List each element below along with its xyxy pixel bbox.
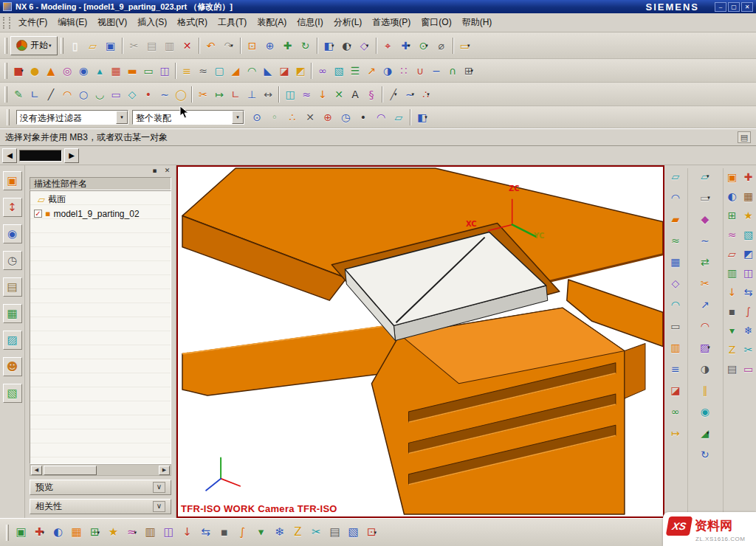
toolbar-grip[interactable]	[6, 525, 9, 541]
preview-section[interactable]: 预览 ∨	[30, 480, 171, 495]
mw-slider-lifter-icon[interactable]: ⇆	[741, 285, 755, 299]
trim-body-icon[interactable]: ◪	[276, 63, 292, 79]
i-form-icon[interactable]: ∼	[697, 232, 713, 249]
snip-surface-icon[interactable]: ✂	[697, 275, 713, 291]
bt-electrode-icon[interactable]: Z	[289, 523, 307, 542]
render-style-icon[interactable]: ◐▾	[338, 37, 356, 55]
bt-slider-lifter-icon[interactable]: ⇆	[196, 523, 215, 542]
dialog-rail-slot[interactable]	[19, 150, 62, 162]
curve-line-icon[interactable]: ╱▾	[385, 86, 402, 103]
forward-button[interactable]: ▶	[64, 148, 79, 163]
x-form-icon[interactable]: ◆	[697, 211, 713, 227]
bt-ejector-pin-icon[interactable]: ↓	[178, 523, 196, 542]
mw-standard-parts-icon[interactable]: ◫	[741, 266, 755, 280]
match-edge-icon[interactable]: ⇄	[697, 254, 713, 270]
dropdown-arrow-icon[interactable]: ▾	[331, 43, 334, 49]
ruled-surface-icon[interactable]: ▰	[667, 211, 684, 227]
patch-icon[interactable]: ▧	[331, 63, 347, 79]
rotate-view-icon[interactable]: ↻	[297, 37, 315, 55]
snap-point-on-curve-icon[interactable]: ◠	[372, 108, 390, 126]
shaded-view-icon[interactable]: ◧▾	[320, 37, 338, 55]
extension-icon[interactable]: ↦	[667, 425, 684, 441]
bt-workpiece-icon[interactable]: ▦	[67, 523, 86, 542]
menu-item[interactable]: 首选项(P)	[367, 14, 416, 31]
menu-item[interactable]: 装配(A)	[252, 14, 292, 31]
chevron-down-icon[interactable]: ∨	[153, 482, 165, 493]
dropdown-arrow-icon[interactable]: ▾	[374, 530, 377, 536]
intersect-icon[interactable]: ∩	[444, 63, 461, 79]
toolbar-grip[interactable]	[4, 63, 7, 79]
sew-surface-icon[interactable]: ∞	[667, 404, 684, 420]
highlight-lines-icon[interactable]: ∥	[697, 382, 713, 398]
menu-item[interactable]: 格式(R)	[172, 14, 213, 31]
menu-item[interactable]: 帮助(H)	[457, 14, 498, 31]
horizontal-scrollbar[interactable]: ◀ ▶	[30, 464, 171, 476]
scroll-left-icon[interactable]: ◀	[31, 466, 42, 475]
mw-create-parting-icon[interactable]: ▱	[725, 246, 739, 260]
mw-ejector-pin-icon[interactable]: ↓	[725, 285, 739, 299]
offset-surface-icon[interactable]: ≡	[667, 361, 684, 377]
dropdown-arrow-icon[interactable]: ▾	[425, 43, 428, 49]
mw-runner-icon[interactable]: ∫	[741, 304, 755, 318]
mw-initialize-project-icon[interactable]: ▣	[725, 170, 739, 184]
bt-initialize-project-icon[interactable]: ▣	[12, 523, 30, 542]
menu-item[interactable]: 编辑(E)	[52, 14, 92, 31]
hole-icon[interactable]: ◉	[75, 63, 92, 79]
dropdown-arrow-icon[interactable]: ▾	[394, 91, 397, 97]
bt-mold-csys-icon[interactable]: ✚▾	[30, 523, 49, 542]
block-feature-icon[interactable]: ■▾	[10, 63, 27, 79]
auto-dimension-icon[interactable]: ↔	[260, 86, 276, 103]
spline-icon[interactable]: ∼	[157, 86, 173, 103]
measure-icon[interactable]: ⌀	[433, 37, 450, 55]
circle-icon[interactable]: ○	[75, 86, 92, 103]
minimize-button[interactable]: –	[715, 2, 726, 12]
global-shaping-icon[interactable]: ◠	[697, 318, 713, 334]
menu-item[interactable]: 视图(V)	[92, 14, 132, 31]
line-icon[interactable]: ╱	[43, 86, 59, 103]
checkbox-checked-icon[interactable]: ✓	[34, 210, 42, 218]
draft-analysis-icon[interactable]: ◢▾	[697, 425, 713, 441]
datum-csys-icon[interactable]: ✚▾	[397, 37, 415, 55]
mw-cooling-icon[interactable]: ❄	[741, 323, 755, 337]
bt-runner-icon[interactable]: ∫	[233, 523, 252, 542]
swept-icon[interactable]: ◠	[667, 190, 684, 206]
snap-quadrant-icon[interactable]: ◷	[337, 108, 354, 126]
undo-icon[interactable]: ↶	[202, 37, 220, 55]
graphics-viewport[interactable]: ZC XC YC TFR-ISO WORK Camera TFR-ISO	[176, 165, 664, 518]
constraint-navigator-icon[interactable]: ↕	[3, 198, 22, 217]
mw-mold-drawing-icon[interactable]: ▭	[741, 362, 755, 376]
dropdown-arrow-icon[interactable]: ▾	[707, 173, 709, 179]
thread-icon[interactable]: ≈	[195, 63, 211, 79]
surface-analysis-icon[interactable]: ▨▾	[697, 339, 713, 356]
close-button[interactable]: ✕	[741, 2, 753, 12]
new-file-icon[interactable]: ▯	[66, 37, 84, 55]
fit-view-icon[interactable]: ⊡	[244, 37, 261, 55]
notebook-icon[interactable]: ▤	[3, 277, 22, 297]
fillet-curve-icon[interactable]: ◡	[92, 86, 108, 103]
four-point-surface-icon[interactable]: ▱	[667, 168, 684, 184]
point-set-icon[interactable]: ∴▾	[418, 86, 434, 103]
roles-icon[interactable]: ☻	[3, 357, 22, 376]
project-curve-icon[interactable]: ↓	[315, 86, 331, 103]
toolbar-grip[interactable]	[4, 86, 7, 103]
dropdown-arrow-icon[interactable]: ▾	[97, 530, 100, 536]
refresh-display-icon[interactable]: ↻	[697, 446, 713, 463]
dropdown-arrow-icon[interactable]: ▾	[707, 195, 710, 201]
redo-icon[interactable]: ↷▾	[220, 37, 238, 55]
start-button[interactable]: 开始 ▾	[10, 36, 58, 55]
dropdown-arrow-icon[interactable]: ▾	[412, 91, 415, 97]
dropdown-arrow-icon[interactable]: ▾	[471, 68, 474, 74]
curve-mesh-icon[interactable]: ▦	[667, 254, 684, 270]
mw-extract-region-icon[interactable]: ▧	[741, 227, 755, 241]
subtract-icon[interactable]: −	[428, 63, 444, 79]
bt-shrinkage-icon[interactable]: ◐	[49, 523, 67, 542]
tree-item-part[interactable]: ✓ ▪ model1_9_parting_02	[30, 207, 171, 221]
dropdown-arrow-icon[interactable]: ▾	[348, 43, 351, 49]
dropdown-arrow-icon[interactable]: ▾	[134, 530, 137, 536]
dropdown-arrow-icon[interactable]: ▾	[467, 43, 470, 49]
menu-item[interactable]: 信息(I)	[292, 14, 328, 31]
mw-sub-insert-icon[interactable]: ▪	[725, 304, 739, 318]
chevron-down-icon[interactable]: ∨	[153, 501, 165, 512]
mw-bom-icon[interactable]: ▤	[725, 362, 739, 376]
ruler-icon[interactable]: ▭▾	[456, 37, 474, 55]
